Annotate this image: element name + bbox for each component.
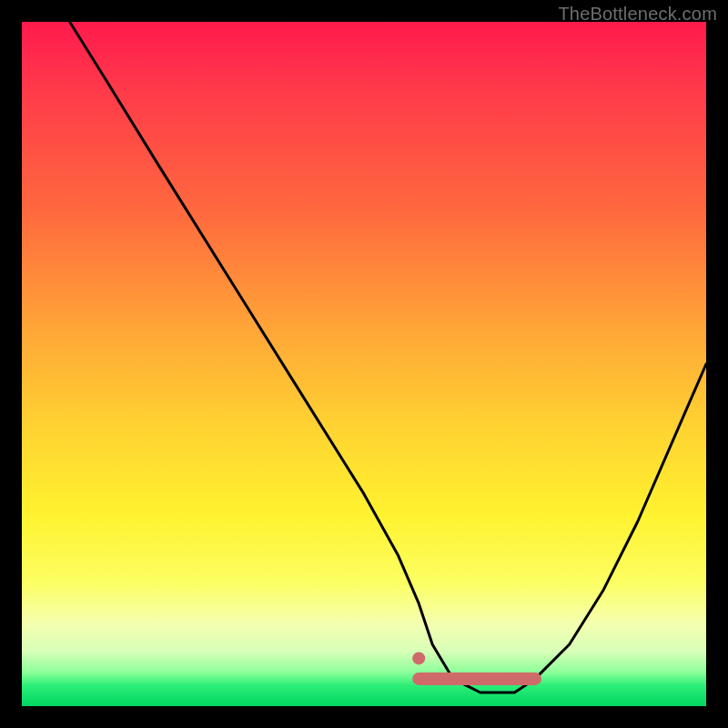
curve-svg: [22, 22, 706, 706]
plot-area: [22, 22, 706, 706]
marker-dot: [412, 652, 425, 664]
bottleneck-curve: [70, 22, 706, 693]
chart-frame: TheBottleneck.com: [0, 0, 728, 728]
